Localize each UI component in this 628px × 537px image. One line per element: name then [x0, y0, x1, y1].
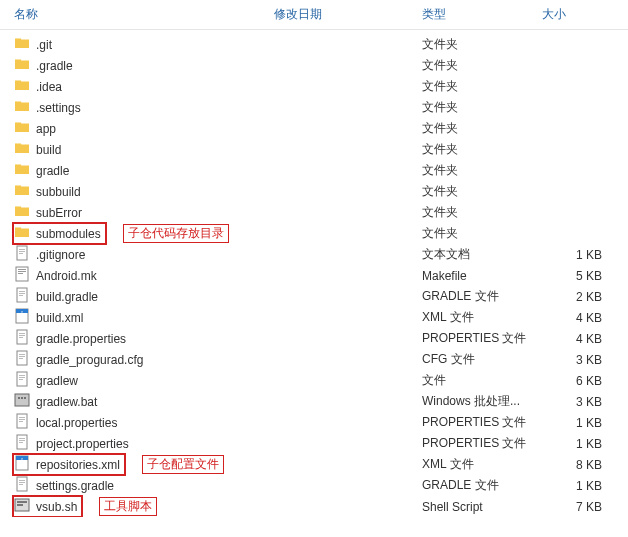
file-name: project.properties — [36, 437, 129, 451]
file-name: gradle — [36, 164, 69, 178]
folder-icon — [14, 98, 30, 117]
size-cell: 3 KB — [542, 395, 612, 409]
type-cell: 文件夹 — [422, 99, 542, 116]
folder-icon — [14, 140, 30, 159]
folder-icon — [14, 203, 30, 222]
folder-icon — [14, 224, 30, 243]
name-cell: local.properties — [14, 413, 274, 432]
table-row[interactable]: .git文件夹 — [0, 34, 628, 55]
table-row[interactable]: .gitignore文本文档1 KB — [0, 244, 628, 265]
folder-icon — [14, 56, 30, 75]
table-row[interactable]: erepositories.xml子仓配置文件XML 文件8 KB — [0, 454, 628, 475]
size-cell: 5 KB — [542, 269, 612, 283]
svg-rect-24 — [19, 375, 25, 376]
header-name[interactable]: 名称 — [14, 6, 274, 23]
type-cell: 文本文档 — [422, 246, 542, 263]
table-row[interactable]: project.propertiesPROPERTIES 文件1 KB — [0, 433, 628, 454]
header-size[interactable]: 大小 — [542, 6, 612, 23]
table-row[interactable]: subError文件夹 — [0, 202, 628, 223]
type-cell: GRADLE 文件 — [422, 288, 542, 305]
name-cell: gradle_progurad.cfg — [14, 350, 274, 369]
name-cell: vsub.sh工具脚本 — [14, 495, 274, 517]
table-row[interactable]: gradlew文件6 KB — [0, 370, 628, 391]
table-row[interactable]: .settings文件夹 — [0, 97, 628, 118]
svg-rect-9 — [19, 291, 25, 292]
svg-rect-22 — [19, 358, 23, 359]
svg-rect-20 — [19, 354, 25, 355]
svg-rect-37 — [19, 440, 25, 441]
file-name: .gradle — [36, 59, 73, 73]
table-row[interactable]: .gradle文件夹 — [0, 55, 628, 76]
highlight-box: vsub.sh — [12, 495, 83, 517]
size-cell: 4 KB — [542, 311, 612, 325]
table-row[interactable]: ebuild.xmlXML 文件4 KB — [0, 307, 628, 328]
name-cell: gradlew.bat — [14, 392, 274, 411]
name-cell: .git — [14, 35, 274, 54]
file-name: gradlew — [36, 374, 78, 388]
file-name: .git — [36, 38, 52, 52]
file-name: app — [36, 122, 56, 136]
type-cell: 文件 — [422, 372, 542, 389]
text-icon — [14, 329, 30, 348]
table-row[interactable]: local.propertiesPROPERTIES 文件1 KB — [0, 412, 628, 433]
name-cell: .gradle — [14, 56, 274, 75]
svg-rect-6 — [18, 271, 26, 272]
svg-rect-2 — [19, 251, 25, 252]
table-row[interactable]: settings.gradleGRADLE 文件1 KB — [0, 475, 628, 496]
text-icon — [14, 413, 30, 432]
text-icon — [14, 350, 30, 369]
file-name: subError — [36, 206, 82, 220]
svg-rect-7 — [18, 273, 23, 274]
name-cell: build — [14, 140, 274, 159]
table-row[interactable]: gradle.propertiesPROPERTIES 文件4 KB — [0, 328, 628, 349]
svg-rect-36 — [19, 438, 25, 439]
file-name: settings.gradle — [36, 479, 114, 493]
svg-rect-3 — [19, 253, 23, 254]
type-cell: 文件夹 — [422, 225, 542, 242]
table-row[interactable]: .idea文件夹 — [0, 76, 628, 97]
file-name: build.gradle — [36, 290, 98, 304]
svg-rect-18 — [19, 337, 23, 338]
svg-rect-34 — [19, 421, 23, 422]
table-row[interactable]: gradle_progurad.cfgCFG 文件3 KB — [0, 349, 628, 370]
table-row[interactable]: submodules子仓代码存放目录文件夹 — [0, 223, 628, 244]
file-name: .idea — [36, 80, 62, 94]
file-name: .settings — [36, 101, 81, 115]
size-cell: 1 KB — [542, 479, 612, 493]
svg-rect-48 — [17, 504, 23, 506]
file-name: gradle.properties — [36, 332, 126, 346]
table-row[interactable]: Android.mkMakefile5 KB — [0, 265, 628, 286]
table-row[interactable]: build.gradleGRADLE 文件2 KB — [0, 286, 628, 307]
table-row[interactable]: build文件夹 — [0, 139, 628, 160]
header-date[interactable]: 修改日期 — [274, 6, 422, 23]
size-cell: 1 KB — [542, 416, 612, 430]
svg-rect-43 — [19, 480, 25, 481]
name-cell: subError — [14, 203, 274, 222]
type-cell: 文件夹 — [422, 162, 542, 179]
highlight-box: submodules — [12, 222, 107, 245]
table-row[interactable]: gradle文件夹 — [0, 160, 628, 181]
svg-rect-32 — [19, 417, 25, 418]
table-row[interactable]: app文件夹 — [0, 118, 628, 139]
size-cell: 3 KB — [542, 353, 612, 367]
name-cell: build.gradle — [14, 287, 274, 306]
table-row[interactable]: gradlew.batWindows 批处理...3 KB — [0, 391, 628, 412]
header-type[interactable]: 类型 — [422, 6, 542, 23]
name-cell: erepositories.xml子仓配置文件 — [14, 453, 274, 476]
svg-rect-16 — [19, 333, 25, 334]
svg-rect-17 — [19, 335, 25, 336]
size-cell: 4 KB — [542, 332, 612, 346]
svg-point-28 — [18, 397, 20, 399]
svg-rect-38 — [19, 442, 23, 443]
file-name: gradle_progurad.cfg — [36, 353, 143, 367]
file-name: repositories.xml — [36, 458, 120, 472]
svg-rect-25 — [19, 377, 25, 378]
highlight-box: erepositories.xml — [12, 453, 126, 476]
table-row[interactable]: vsub.sh工具脚本Shell Script7 KB — [0, 496, 628, 517]
table-row[interactable]: subbuild文件夹 — [0, 181, 628, 202]
type-cell: Shell Script — [422, 500, 542, 514]
type-cell: XML 文件 — [422, 309, 542, 326]
name-cell: settings.gradle — [14, 476, 274, 495]
type-cell: 文件夹 — [422, 78, 542, 95]
file-name: submodules — [36, 227, 101, 241]
